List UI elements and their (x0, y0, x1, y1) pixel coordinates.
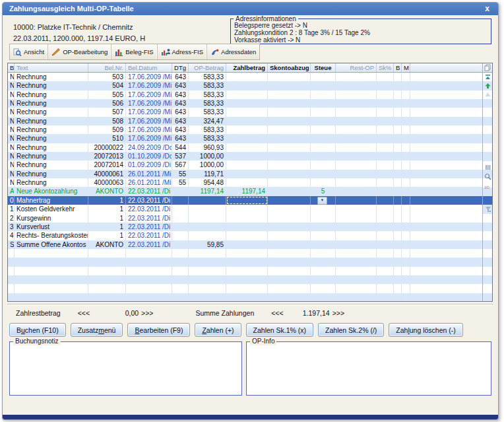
table-row[interactable]: NRechnung50817.06.2009 /Mi643324,47 (8, 117, 482, 125)
cell-b: 3 (8, 223, 15, 231)
op-info-box[interactable]: OP-Info (246, 341, 491, 396)
cell-datum: 22.03.2011 /Di (126, 231, 172, 240)
zahlen-sk1-button[interactable]: Zahlen Sk.1% (x) (246, 323, 314, 337)
copy-icon[interactable] (484, 62, 491, 74)
table-row[interactable]: NRechnung50517.06.2009 /Mi643583,33 (8, 90, 482, 99)
cell-zahl (226, 214, 268, 223)
table-row[interactable]: NRechnung50617.06.2009 /Mi643583,33 (8, 99, 482, 108)
window-bottom-border (3, 415, 498, 419)
tab-beleg-fis[interactable]: Beleg-FIS (111, 44, 157, 59)
table-row[interactable]: NRechnung50317.06.2009 /Mi643583,33 (8, 73, 482, 81)
tab-adressdaten[interactable]: Adressdaten (207, 44, 259, 59)
tab-ansicht[interactable]: Ansicht (10, 44, 48, 59)
cell-datum (126, 267, 172, 275)
sort-text-icon[interactable]: ab (484, 184, 492, 190)
tab-op-bearbeitung[interactable]: OP-Bearbeitung (48, 44, 111, 59)
column-header-11[interactable]: B (394, 63, 402, 72)
table-row[interactable]: 4Rechts- Beratungskosten122.03.2011 /Di (8, 231, 482, 240)
column-header-10[interactable]: Sk% (377, 63, 394, 72)
column-header-0[interactable]: B (8, 63, 15, 72)
scroll-up-icon[interactable] (484, 83, 492, 89)
table-row[interactable]: ANeue AkontozahlungAKONTO22.03.2011 /Di1… (8, 187, 482, 195)
bar-chart-icon (115, 48, 123, 56)
table-row[interactable]: 0Mahnertrag122.03.2011 /Di▼ (8, 196, 482, 205)
column-header-6[interactable]: Zahlbetrag (226, 63, 268, 72)
cell-steue (311, 267, 336, 275)
cell-nr (88, 275, 126, 284)
address-info-legend: Adressinformationen (234, 15, 298, 22)
cell-b: 0 (8, 196, 15, 205)
table-row[interactable]: NRechnung4000006126.01.2011 /Mi55119,71 (8, 170, 482, 178)
table-row[interactable]: NRechnung50917.06.2009 /Mi643583,33 (8, 125, 482, 134)
cell-nr: 510 (88, 134, 126, 143)
table-row[interactable]: 3Kursverlust122.03.2011 /Di (8, 223, 482, 231)
buchungsnotiz-box[interactable]: Buchungsnotiz (9, 341, 242, 396)
table-row[interactable]: NRechnung2007201301.10.2009 /Do5371000,0… (8, 152, 482, 160)
cell-b2 (394, 152, 402, 160)
zahlen-sk2-button[interactable]: Zahlen Sk.2% (/) (318, 323, 384, 337)
table-row[interactable]: NRechnung50717.06.2009 /Mi643583,33 (8, 108, 482, 116)
cell-rest (336, 90, 377, 99)
table-row[interactable]: NRechnung2007201401.09.2009 /Di5671000,0… (8, 160, 482, 169)
cell-text: Rechnung (15, 81, 88, 90)
cell-zahl (226, 240, 268, 249)
close-icon[interactable]: x (485, 3, 489, 15)
button-bar: Buchen (F10)ZusatzmenüBearbeiten (F9)Zah… (9, 323, 463, 337)
cell-text: Kursverlust (15, 223, 88, 231)
zusatzmenu-button[interactable]: Zusatzmenü (71, 323, 123, 337)
cell-skonto (268, 178, 311, 187)
cell-datum: 17.06.2009 /Mi (126, 134, 172, 143)
table-row[interactable]: 1Kosten Geldverkehr122.03.2011 /Di (8, 205, 482, 213)
cell-steue (311, 160, 336, 169)
cell-op: 1000,00 (189, 160, 226, 169)
column-header-12[interactable]: M (402, 63, 410, 72)
steuer-dropdown[interactable]: ▼ (317, 197, 327, 205)
table-row[interactable]: SSumme Offene AkontosAKONTO22.03.2011 /D… (8, 240, 482, 249)
column-header-3[interactable]: Bel.Datum (126, 63, 172, 72)
buchen-button[interactable]: Buchen (F10) (9, 323, 66, 337)
bearbeiten-button[interactable]: Bearbeiten (F9) (127, 323, 190, 337)
cell-steue (311, 275, 336, 284)
table-row[interactable]: NRechnung4000006326.01.2011 /Mi55954,48 (8, 178, 482, 187)
tab-adress-fis[interactable]: Adress-FIS (158, 44, 208, 59)
table-row[interactable]: 2Kursgewinn122.03.2011 /Di (8, 214, 482, 223)
table-row[interactable]: NRechnung50417.06.2009 /Mi643583,33 (8, 81, 482, 90)
column-header-4[interactable]: DTg (172, 63, 189, 72)
cell-nr: 20072014 (88, 160, 126, 169)
column-header-7[interactable]: Skontoabzug (268, 63, 311, 72)
cell-sk (377, 240, 394, 249)
column-header-5[interactable]: OP-Betrag (189, 63, 226, 72)
cell-zahl (226, 81, 268, 90)
columns-icon[interactable] (484, 164, 492, 170)
column-header-2[interactable]: Bel.Nr. (88, 63, 126, 72)
filter-icon[interactable] (484, 206, 492, 213)
cell-b2 (394, 249, 402, 258)
cell-rest (336, 152, 377, 160)
cell-filler (410, 90, 482, 99)
cell-rest (336, 249, 377, 258)
cell-op: 960,93 (189, 143, 226, 152)
table-row[interactable]: NRechnung2000002224.09.2009 /Do544960,93 (8, 143, 482, 152)
scroll-top-icon[interactable] (484, 74, 492, 81)
cell-b (8, 275, 15, 284)
cell-nr: 508 (88, 117, 126, 125)
cell-nr: 20000022 (88, 143, 126, 152)
column-header-8[interactable]: Steue (311, 63, 336, 72)
strip-track[interactable]: ab (483, 73, 492, 301)
cell-sk (377, 231, 394, 240)
column-header-9[interactable]: Rest-OP (336, 63, 377, 72)
cell-text: Rechts- Beratungskosten (15, 231, 88, 240)
search-icon[interactable] (484, 173, 492, 180)
cell-b (8, 293, 15, 301)
zahlen-button[interactable]: Zahlen (+) (195, 323, 241, 337)
cell-steue (311, 125, 336, 134)
cell-filler (410, 187, 482, 195)
cell-zahl (226, 108, 268, 116)
zahlung-loeschen-button[interactable]: Zahlung löschen (-) (389, 323, 462, 337)
cell-text (15, 249, 88, 258)
up-triangle-icon[interactable] (484, 92, 492, 97)
cell-sk (377, 90, 394, 99)
table-row[interactable]: NRechnung51017.06.2009 /Mi643583,33 (8, 134, 482, 143)
cell-text: Rechnung (15, 90, 88, 99)
column-header-1[interactable]: Text (15, 63, 88, 72)
